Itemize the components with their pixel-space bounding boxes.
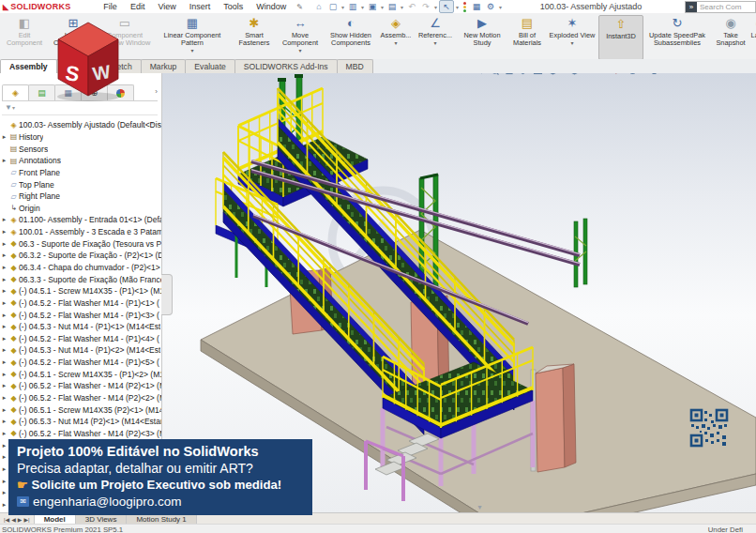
expand-arrow-icon[interactable]: ▸ [0, 228, 8, 236]
select-arrow-icon[interactable]: ↖ [439, 0, 454, 13]
menu-item[interactable]: Edit [124, 2, 152, 11]
expand-arrow-icon[interactable]: ▸ [0, 371, 8, 378]
command-button[interactable]: ∠ Referenc... ▾ [415, 15, 456, 58]
menu-item[interactable]: View [151, 2, 182, 11]
print-icon[interactable]: ▤ [386, 1, 399, 12]
expand-arrow-icon[interactable]: ▸ [0, 335, 8, 343]
tree-item[interactable]: ▸ ◆ (-) 06.5.2 - Flat Washer - M14 (P2)<… [0, 428, 161, 440]
ribbon-tab[interactable]: MBD [337, 59, 373, 73]
command-button[interactable]: ✱ Smart Fasteners [233, 15, 276, 58]
tree-item[interactable]: ▤ Sensors [0, 143, 161, 155]
ribbon-tab[interactable]: Assembly [0, 59, 57, 73]
annotation-views-icon[interactable] [531, 73, 544, 75]
command-button[interactable]: ◐ Show Hidden Components [325, 15, 377, 58]
home-icon[interactable]: ⌂ [312, 1, 325, 12]
zoom-to-area-icon[interactable] [486, 73, 499, 75]
expand-arrow-icon[interactable]: ▸ [0, 216, 8, 223]
prev-tab-icon[interactable]: ◀ [11, 516, 16, 523]
first-tab-icon[interactable]: |◀ [4, 516, 9, 523]
tab-feature-manager[interactable]: ◈ [2, 84, 29, 100]
tree-item[interactable]: ▸ ▤ History [0, 131, 161, 144]
tree-item[interactable]: ◈ 100.03- Assembly Ajustado (Default<Dis… [0, 119, 161, 131]
new-document-icon[interactable]: ▢ [326, 1, 340, 12]
menu-item[interactable]: Tools [217, 2, 249, 11]
command-button[interactable]: ◎ Larg... [750, 15, 756, 58]
open-icon[interactable]: ▥ [346, 1, 359, 12]
ribbon-tab[interactable]: SOLIDWORKS Add-Ins [234, 59, 338, 73]
expand-arrow-icon[interactable]: ▸ [0, 382, 8, 389]
ribbon-tab[interactable]: Evaluate [185, 59, 234, 73]
command-button[interactable]: ↔ Move Component ▾ [276, 15, 325, 58]
expand-arrow-icon[interactable]: ▸ [0, 323, 8, 330]
concrete-pillar-right[interactable] [531, 364, 576, 472]
panel-splitter-handle[interactable] [161, 274, 173, 315]
expand-arrow-icon[interactable]: ▸ [0, 489, 8, 496]
command-button[interactable]: ◈ Assemb... ▾ [377, 15, 415, 58]
expand-arrow-icon[interactable]: ▸ [0, 478, 8, 485]
rebuild-traffic-light-icon[interactable] [463, 2, 466, 12]
command-button[interactable]: ▦ Linear Component Pattern ▾ [152, 15, 233, 58]
tree-item[interactable]: ▱ Right Plane [0, 190, 161, 203]
expand-arrow-icon[interactable]: ▸ [0, 312, 8, 319]
expand-arrow-icon[interactable]: ▸ [0, 346, 8, 354]
expand-arrow-icon[interactable]: ▸ [0, 406, 8, 414]
view-orientation-icon[interactable] [546, 73, 559, 75]
expand-arrow-icon[interactable]: ▸ [0, 442, 8, 449]
tree-item[interactable]: ▸ ◆ 06.3.3 - Suporte de Fixação (Mão Fra… [0, 273, 161, 285]
viewport-bottom-arrow[interactable]: ▼ [476, 504, 483, 510]
expand-arrow-icon[interactable]: ▸ [0, 287, 8, 295]
pin-icon[interactable]: ✎ [296, 3, 303, 11]
command-button[interactable]: ◉ Take Snapshot [711, 15, 750, 58]
tree-item[interactable]: ▸ ◆ (-) 04.5.2 - Flat Washer M14 - (P1)<… [0, 357, 161, 369]
tree-item[interactable]: ▸ ◆ 06.3 - Suporte de Fixação (Tesoura v… [0, 237, 161, 250]
expand-arrow-icon[interactable]: ▸ [0, 157, 8, 164]
command-button[interactable]: ↻ Update SpeedPak Subassemblies [643, 15, 711, 58]
tree-item[interactable]: ▱ Top Plane [0, 178, 161, 190]
expand-arrow-icon[interactable]: ▸ [0, 264, 8, 271]
redo-icon[interactable]: ↷ [419, 1, 432, 12]
ribbon-tab[interactable]: Markup [141, 59, 187, 73]
tree-item[interactable]: ▸ ◆ (-) 04.5.2 - Flat Washer M14 - (P1)<… [0, 333, 161, 345]
expand-arrow-icon[interactable]: ▸ [0, 299, 8, 307]
view-settings-icon[interactable] [647, 73, 660, 75]
previous-view-icon[interactable] [501, 73, 514, 75]
zoom-to-fit-icon[interactable] [471, 73, 484, 75]
tree-item[interactable]: ▸ ◆ 06.3.2 - Suporte de Fixação - (P2)<1… [0, 250, 161, 262]
undo-icon[interactable]: ↶ [405, 1, 418, 12]
expand-arrow-icon[interactable]: ▸ [0, 251, 8, 259]
command-button[interactable]: ⇧ Instant3D [598, 15, 643, 60]
expand-arrow-icon[interactable]: ▸ [0, 501, 8, 509]
expand-arrow-icon[interactable]: ▸ [0, 394, 8, 402]
save-icon[interactable]: ▣ [366, 1, 379, 12]
tree-item[interactable]: ▸ ◆ (-) 06.5.1 - Screw M14X35 (P2)<1> (M… [0, 404, 161, 416]
apply-scene-icon[interactable] [626, 73, 639, 75]
tree-item[interactable]: ▸ ◆ (-) 04.5.3 - Nut M14 - (P1)<2> (M14<… [0, 344, 161, 357]
tree-item[interactable]: ▸ ◆ 06.3.4 - Chapa do chumvador - (P2)<1… [0, 262, 161, 274]
tree-item[interactable]: ▸ ◆ (-) 04.5.1 - Screw M14X35 - (P1)<2> … [0, 368, 161, 380]
menu-item[interactable]: Window [249, 2, 293, 11]
tree-item[interactable]: ▸ ◈ 01.100- Assembly - Entrada 01<1> (De… [0, 214, 161, 226]
tree-item[interactable]: ▸ ◈ 100.01 - Assembly - 3 Escada e 3 Pat… [0, 226, 161, 238]
tree-item[interactable]: ▸ ◆ (-) 04.5.2 - Flat Washer M14 - (P1)<… [0, 309, 161, 321]
tree-item[interactable]: ▸ ▤ Annotations [0, 155, 161, 167]
expand-arrow-icon[interactable]: ▸ [0, 240, 8, 248]
tree-item[interactable]: ▸ ◆ (-) 04.5.2 - Flat Washer M14 - (P1)<… [0, 297, 161, 310]
tree-item[interactable]: ▸ ◆ (-) 04.5.3 - Nut M14 - (P1)<1> (M14<… [0, 321, 161, 333]
tree-item[interactable]: ▱ Front Plane [0, 167, 161, 179]
edit-appearance-icon[interactable] [611, 73, 624, 75]
tree-item[interactable]: ▸ ◆ (-) 06.5.2 - Flat Washer - M14 (P2)<… [0, 392, 161, 404]
command-button[interactable]: ✶ Exploded View ▾ [546, 15, 598, 58]
tree-item[interactable]: ↳ Origin [0, 202, 161, 214]
panel-tabs-overflow-icon[interactable]: › [155, 84, 158, 100]
display-style-icon[interactable] [567, 73, 581, 75]
command-button[interactable]: ◧ Edit Component [0, 15, 49, 58]
expand-arrow-icon[interactable]: ▸ [0, 453, 8, 461]
expand-arrow-icon[interactable]: ▸ [0, 418, 8, 425]
section-view-icon[interactable] [516, 73, 529, 75]
next-tab-icon[interactable]: ▶ [18, 516, 23, 523]
tab-property-manager[interactable]: ▤ [28, 84, 55, 100]
tree-item[interactable]: ▸ ◆ (-) 06.5.3 - Nut M14 (P2)<1> (M14<Es… [0, 416, 161, 428]
command-button[interactable]: ▶ New Motion Study [456, 15, 508, 58]
hide-show-items-icon[interactable] [589, 73, 602, 75]
expand-arrow-icon[interactable]: ▸ [0, 358, 8, 366]
